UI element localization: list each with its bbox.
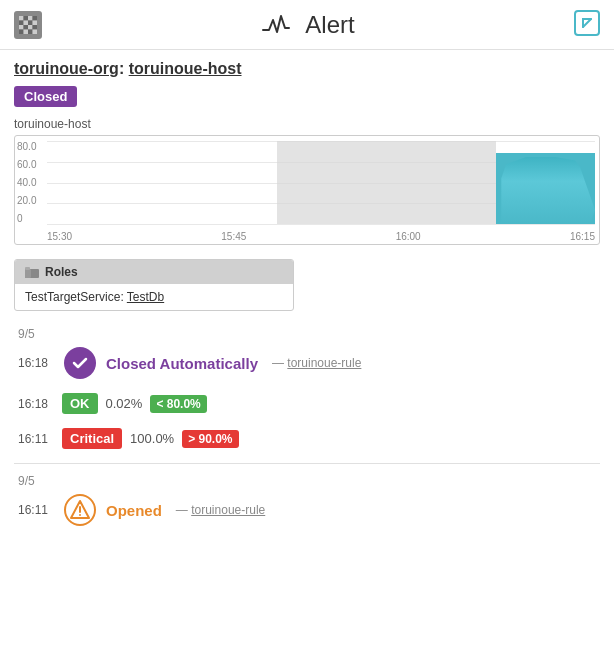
svg-rect-9 bbox=[24, 25, 29, 30]
app-header: Alert bbox=[0, 0, 614, 50]
roles-box: Roles TestTargetService: TestDb bbox=[14, 259, 294, 311]
app-logo-icon bbox=[14, 11, 42, 39]
roles-content: TestTargetService: TestDb bbox=[15, 284, 293, 310]
roles-label: Roles bbox=[45, 265, 78, 279]
svg-line-17 bbox=[583, 19, 591, 27]
rule-link-opened[interactable]: toruinoue-rule bbox=[191, 503, 265, 517]
svg-rect-1 bbox=[24, 16, 29, 21]
svg-rect-14 bbox=[28, 29, 33, 34]
timeline-item-opened: 16:11 Opened — toruinoue-rule bbox=[14, 494, 600, 526]
event-rule-closed: — toruinoue-rule bbox=[272, 356, 361, 370]
roles-service: TestTargetService bbox=[25, 290, 120, 304]
roles-folder-icon bbox=[25, 266, 39, 278]
svg-rect-0 bbox=[19, 16, 24, 21]
event-time-opened: 16:11 bbox=[18, 503, 54, 517]
svg-rect-10 bbox=[28, 25, 33, 30]
svg-point-23 bbox=[79, 514, 81, 516]
rule-link-closed[interactable]: toruinoue-rule bbox=[287, 356, 361, 370]
svg-rect-8 bbox=[19, 25, 24, 30]
badge-critical: Critical bbox=[62, 428, 122, 449]
chart-teal-bar bbox=[496, 153, 595, 224]
threshold-critical: > 90.0% bbox=[182, 430, 238, 448]
export-button[interactable] bbox=[574, 10, 600, 39]
svg-rect-20 bbox=[25, 267, 30, 270]
export-icon bbox=[574, 10, 600, 36]
host-link[interactable]: toruinoue-host bbox=[129, 60, 242, 77]
svg-rect-15 bbox=[33, 29, 38, 34]
svg-rect-7 bbox=[33, 20, 38, 25]
event-label-opened: Opened bbox=[106, 502, 162, 519]
app-title: Alert bbox=[305, 11, 354, 39]
page-title: toruinoue-org: toruinoue-host bbox=[14, 60, 600, 78]
warning-icon bbox=[64, 494, 96, 526]
chart-gray-region bbox=[277, 141, 496, 224]
header-title-area: Alert bbox=[261, 11, 354, 39]
metric-time-ok: 16:18 bbox=[18, 397, 54, 411]
roles-header: Roles bbox=[15, 260, 293, 284]
svg-rect-3 bbox=[33, 16, 38, 21]
svg-rect-13 bbox=[24, 29, 29, 34]
host-label: toruinoue-host bbox=[14, 117, 600, 131]
metric-ok-row: 16:18 OK 0.02% < 80.0% bbox=[14, 393, 600, 414]
svg-rect-4 bbox=[19, 20, 24, 25]
svg-rect-11 bbox=[33, 25, 38, 30]
event-label-closed: Closed Automatically bbox=[106, 355, 258, 372]
alert-graph-icon bbox=[261, 14, 297, 36]
metric-value-ok: 0.02% bbox=[106, 396, 143, 411]
metric-value-critical: 100.0% bbox=[130, 431, 174, 446]
org-link[interactable]: toruinoue-org bbox=[14, 60, 119, 77]
section1-date: 9/5 bbox=[14, 327, 600, 341]
event-time-closed: 16:18 bbox=[18, 356, 54, 370]
status-badge[interactable]: Closed bbox=[14, 86, 77, 107]
chart-x-axis: 15:30 15:45 16:00 16:15 bbox=[47, 231, 595, 242]
metric-chart: 80.0 60.0 40.0 20.0 0 15:30 15:45 bbox=[14, 135, 600, 245]
metric-critical-row: 16:11 Critical 100.0% > 90.0% bbox=[14, 428, 600, 449]
section-divider bbox=[14, 463, 600, 464]
roles-db-link[interactable]: TestDb bbox=[127, 290, 164, 304]
logo-area bbox=[14, 11, 42, 39]
section2-date: 9/5 bbox=[14, 474, 600, 488]
svg-rect-19 bbox=[25, 269, 31, 278]
svg-rect-2 bbox=[28, 16, 33, 21]
svg-rect-6 bbox=[28, 20, 33, 25]
chart-plot-area bbox=[47, 141, 595, 224]
badge-ok: OK bbox=[62, 393, 98, 414]
chart-y-axis: 80.0 60.0 40.0 20.0 0 bbox=[17, 141, 36, 224]
svg-rect-12 bbox=[19, 29, 24, 34]
page-content: toruinoue-org: toruinoue-host Closed tor… bbox=[0, 50, 614, 550]
check-icon bbox=[64, 347, 96, 379]
svg-rect-5 bbox=[24, 20, 29, 25]
event-rule-opened: — toruinoue-rule bbox=[176, 503, 265, 517]
threshold-ok: < 80.0% bbox=[150, 395, 206, 413]
metric-time-critical: 16:11 bbox=[18, 432, 54, 446]
timeline-item-closed: 16:18 Closed Automatically — toruinoue-r… bbox=[14, 347, 600, 379]
